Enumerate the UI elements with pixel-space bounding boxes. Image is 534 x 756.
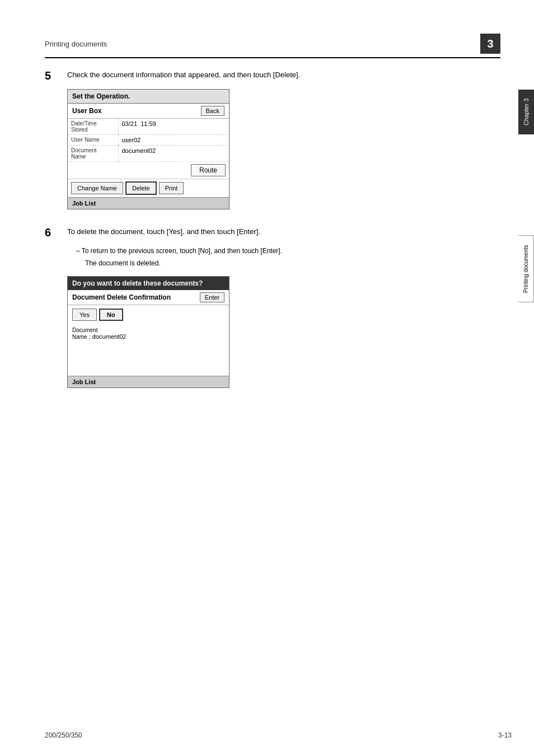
step6-subtext2: The document is deleted. bbox=[85, 258, 500, 268]
printing-docs-label: Printing documents bbox=[523, 245, 529, 293]
dialog1-header: User Box Back bbox=[68, 104, 229, 119]
route-row: Route bbox=[68, 162, 229, 179]
print-button[interactable]: Print bbox=[159, 182, 184, 194]
route-button[interactable]: Route bbox=[191, 164, 226, 176]
dialog2: Do you want to delete these documents? D… bbox=[67, 276, 229, 388]
footer-left: 200/250/350 bbox=[45, 731, 82, 739]
sub-bullet: – bbox=[76, 247, 82, 255]
doc-info-row: DocumentName : document02 bbox=[68, 324, 229, 342]
page-header-title: Printing documents bbox=[45, 40, 107, 48]
step6-subtext: – To return to the previous screen, touc… bbox=[76, 246, 500, 256]
dialog1-header-label: User Box bbox=[72, 107, 102, 115]
dialog2-header-label: Document Delete Confirmation bbox=[72, 293, 171, 301]
yes-no-row: Yes No bbox=[68, 305, 229, 324]
dialog2-spacer bbox=[68, 342, 229, 376]
page-header: Printing documents 3 bbox=[45, 34, 500, 58]
step6-content: To delete the document, touch [Yes], and… bbox=[67, 226, 500, 388]
dialog2-header: Document Delete Confirmation Enter bbox=[68, 290, 229, 305]
dialog2-job-list[interactable]: Job List bbox=[68, 376, 229, 388]
page-container: Chapter 3 Printing documents Printing do… bbox=[0, 0, 534, 756]
step5-content: Check the document information that appe… bbox=[67, 69, 500, 209]
step6-text: To delete the document, touch [Yes], and… bbox=[67, 226, 500, 238]
date-value: 03/21 11:59 bbox=[118, 119, 229, 135]
username-label: User Name bbox=[68, 134, 118, 145]
table-row: User Name user02 bbox=[68, 134, 229, 145]
docname-value: document02 bbox=[118, 145, 229, 161]
info-table: Date/TimeStored 03/21 11:59 User Name us… bbox=[68, 119, 229, 162]
footer-right: 3-13 bbox=[498, 731, 512, 739]
page-footer: 200/250/350 3-13 bbox=[45, 731, 512, 739]
chapter-tab-label: Chapter 3 bbox=[523, 99, 530, 125]
step6-section: 6 To delete the document, touch [Yes], a… bbox=[45, 226, 500, 388]
sub-text: To return to the previous screen, touch … bbox=[82, 247, 282, 255]
doc-info-value: : document02 bbox=[89, 333, 127, 340]
table-row: Date/TimeStored 03/21 11:59 bbox=[68, 119, 229, 135]
printing-docs-tab: Printing documents bbox=[518, 235, 534, 302]
chapter-number: 3 bbox=[480, 34, 500, 54]
back-button[interactable]: Back bbox=[201, 106, 224, 116]
dialog1-title: Set the Operation. bbox=[68, 90, 229, 104]
yes-button[interactable]: Yes bbox=[72, 309, 97, 321]
dialog1-job-list[interactable]: Job List bbox=[68, 197, 229, 209]
step6-number: 6 bbox=[45, 226, 58, 388]
table-row: DocumentName document02 bbox=[68, 145, 229, 161]
enter-button[interactable]: Enter bbox=[200, 292, 224, 302]
change-name-button[interactable]: Change Name bbox=[71, 182, 123, 194]
step5-text: Check the document information that appe… bbox=[67, 69, 500, 81]
step5-section: 5 Check the document information that ap… bbox=[45, 69, 500, 209]
step5-number: 5 bbox=[45, 69, 58, 209]
docname-label: DocumentName bbox=[68, 145, 118, 161]
main-content: Printing documents 3 5 Check the documen… bbox=[0, 0, 534, 427]
dialog2-question: Do you want to delete these documents? bbox=[68, 277, 229, 290]
username-value: user02 bbox=[118, 134, 229, 145]
delete-button[interactable]: Delete bbox=[125, 181, 157, 195]
action-row: Change Name Delete Print bbox=[68, 179, 229, 197]
no-button[interactable]: No bbox=[99, 309, 123, 321]
dialog1: Set the Operation. User Box Back Date/Ti… bbox=[67, 89, 229, 209]
date-label: Date/TimeStored bbox=[68, 119, 118, 135]
chapter-tab: Chapter 3 bbox=[518, 90, 534, 134]
